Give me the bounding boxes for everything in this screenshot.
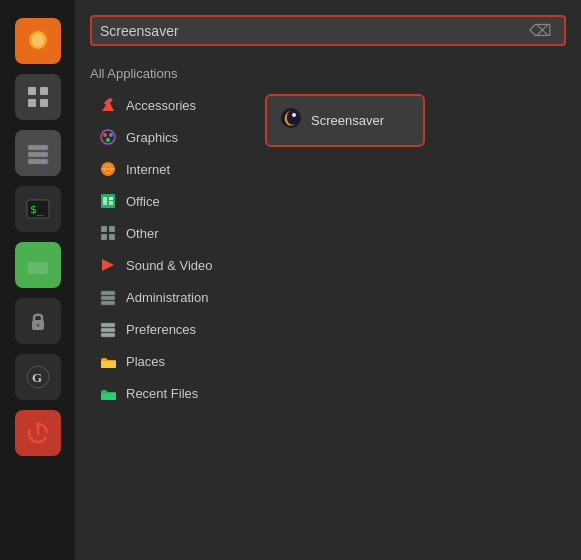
svg-rect-2 — [40, 87, 48, 95]
places-label: Places — [126, 354, 165, 369]
preferences-icon — [98, 319, 118, 339]
category-item-office[interactable]: Office — [90, 185, 255, 217]
svg-point-20 — [103, 133, 107, 137]
content-area: All Applications Accessories — [90, 62, 566, 545]
svg-rect-3 — [28, 99, 36, 107]
main-content: ⌫ All Applications Accessories — [75, 0, 581, 560]
sidebar-icon-power[interactable] — [15, 410, 61, 456]
category-item-internet[interactable]: Internet — [90, 153, 255, 185]
sound-video-icon — [98, 255, 118, 275]
category-item-accessories[interactable]: Accessories — [90, 89, 255, 121]
screensaver-result-label: Screensaver — [311, 113, 384, 128]
other-label: Other — [126, 226, 159, 241]
svg-rect-33 — [109, 234, 115, 240]
svg-point-22 — [106, 138, 110, 142]
category-item-other[interactable]: Other — [90, 217, 255, 249]
category-item-places[interactable]: Places — [90, 345, 255, 377]
recent-files-label: Recent Files — [126, 386, 198, 401]
svg-rect-40 — [101, 333, 115, 337]
office-icon — [98, 191, 118, 211]
sidebar-icon-firefox[interactable] — [15, 18, 61, 64]
svg-rect-4 — [40, 99, 48, 107]
category-item-administration[interactable]: Administration — [90, 281, 255, 313]
search-results-panel: Screensaver — [265, 62, 566, 545]
search-clear-button[interactable]: ⌫ — [525, 21, 556, 40]
graphics-icon — [98, 127, 118, 147]
result-item-screensaver[interactable]: Screensaver — [265, 94, 425, 147]
svg-rect-32 — [101, 234, 107, 240]
svg-text:$_: $_ — [30, 203, 44, 216]
accessories-icon — [98, 95, 118, 115]
svg-rect-29 — [109, 197, 113, 200]
sidebar-icon-storage[interactable] — [15, 130, 61, 176]
places-icon — [98, 351, 118, 371]
svg-point-9 — [43, 154, 45, 156]
svg-rect-1 — [28, 87, 36, 95]
svg-rect-38 — [101, 323, 115, 327]
accessories-label: Accessories — [126, 98, 196, 113]
category-item-preferences[interactable]: Preferences — [90, 313, 255, 345]
office-label: Office — [126, 194, 160, 209]
screensaver-result-icon — [279, 106, 303, 135]
category-item-graphics[interactable]: Graphics — [90, 121, 255, 153]
category-item-sound-video[interactable]: Sound & Video — [90, 249, 255, 281]
svg-rect-31 — [109, 226, 115, 232]
svg-rect-28 — [109, 201, 113, 205]
internet-label: Internet — [126, 162, 170, 177]
administration-icon — [98, 287, 118, 307]
svg-rect-37 — [101, 301, 115, 305]
svg-point-14 — [36, 324, 39, 327]
svg-text:G: G — [32, 370, 42, 385]
sidebar-icon-apps[interactable] — [15, 74, 61, 120]
search-input[interactable] — [100, 23, 525, 39]
svg-rect-36 — [101, 296, 115, 300]
sidebar-icon-grammarly[interactable]: G — [15, 354, 61, 400]
sidebar-icon-terminal[interactable]: $_ — [15, 186, 61, 232]
svg-rect-39 — [101, 328, 115, 332]
sidebar: $_ G — [0, 0, 75, 560]
other-icon — [98, 223, 118, 243]
svg-point-8 — [43, 147, 45, 149]
svg-point-42 — [292, 113, 296, 117]
svg-marker-34 — [102, 259, 114, 271]
sound-video-label: Sound & Video — [126, 258, 213, 273]
svg-point-10 — [43, 161, 45, 163]
internet-icon — [98, 159, 118, 179]
category-item-recent-files[interactable]: Recent Files — [90, 377, 255, 409]
svg-rect-30 — [101, 226, 107, 232]
search-bar: ⌫ — [90, 15, 566, 46]
categories-panel: All Applications Accessories — [90, 62, 255, 545]
svg-rect-27 — [103, 197, 107, 205]
sidebar-icon-lock[interactable] — [15, 298, 61, 344]
preferences-label: Preferences — [126, 322, 196, 337]
categories-header: All Applications — [90, 62, 255, 89]
administration-label: Administration — [126, 290, 208, 305]
recent-files-icon — [98, 383, 118, 403]
graphics-label: Graphics — [126, 130, 178, 145]
sidebar-icon-files[interactable] — [15, 242, 61, 288]
svg-point-21 — [109, 133, 113, 137]
svg-rect-35 — [101, 291, 115, 295]
